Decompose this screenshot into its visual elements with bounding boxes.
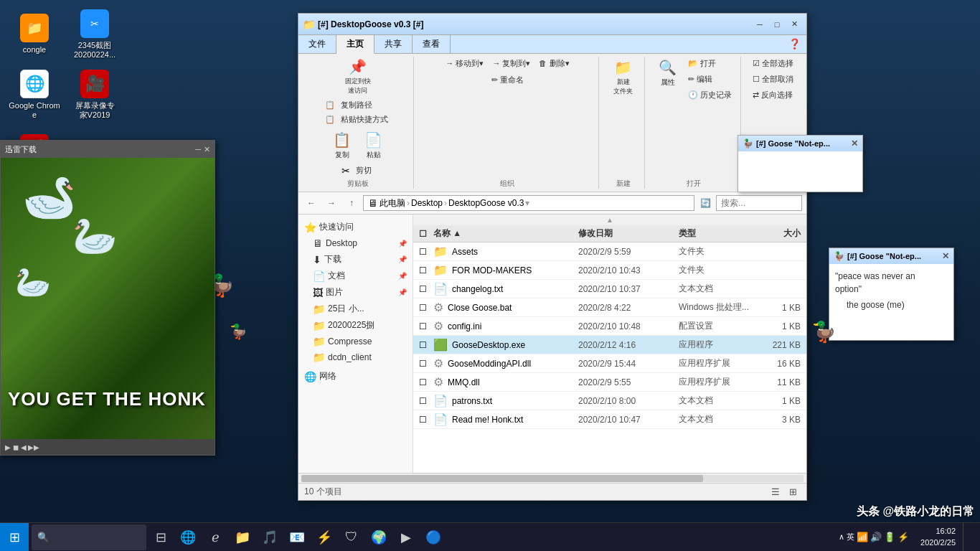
pin-btn[interactable]: 📌 固定到快速访问 (342, 57, 374, 97)
ribbon-tab-home[interactable]: 主页 (336, 35, 374, 54)
row8-check[interactable]: ☐ (419, 396, 433, 406)
sidebar-item-folder2[interactable]: 📁 20200225捌 (298, 317, 413, 334)
ribbon-tab-share[interactable]: 共享 (374, 35, 413, 53)
taskbar-explorer[interactable]: 📁 (230, 524, 255, 550)
taskbar-email[interactable]: 📧 (284, 524, 310, 550)
table-row[interactable]: ☐ 🟩 GooseDesktop.exe 2020/2/12 4:16 应用程序… (413, 336, 806, 354)
properties-btn[interactable]: 🔍 属性 (654, 57, 682, 90)
row5-check[interactable]: ☐ (419, 340, 433, 350)
table-row[interactable]: ☐ 📄 patrons.txt 2020/2/10 8:00 文本文档 1 KB (413, 392, 806, 410)
popup1-close-btn[interactable]: ✕ (851, 138, 858, 149)
table-row[interactable]: ☐ ⚙ GooseModdingAPI.dll 2020/2/9 15:44 应… (413, 354, 806, 373)
h-scrollbar[interactable] (298, 473, 806, 483)
open-btn[interactable]: 📂 打开 (685, 57, 735, 70)
tray-network-icon[interactable]: 📶 (857, 532, 868, 542)
copy-btn[interactable]: 📋 复制 (328, 129, 357, 162)
sidebar-item-documents[interactable]: 📄 文档 📌 (298, 268, 413, 284)
moveto-btn[interactable]: → 移动到▾ (443, 57, 486, 70)
sidebar-item-folder3[interactable]: 📁 Compresse (298, 334, 413, 349)
paste-btn[interactable]: 📄 粘贴 (359, 129, 388, 162)
rename-btn[interactable]: ✏ 重命名 (489, 73, 527, 87)
media-close-btn[interactable]: ✕ (204, 145, 210, 154)
explorer-close-btn[interactable]: ✕ (786, 17, 802, 32)
search-input[interactable] (716, 195, 802, 211)
detail-view-btn[interactable]: ⊞ (785, 485, 801, 499)
table-row[interactable]: ☐ ⚙ Close Goose.bat 2020/2/8 4:22 Window… (413, 298, 806, 317)
ribbon-tab-view[interactable]: 查看 (413, 35, 451, 53)
media-controls[interactable]: ─ ✕ (195, 145, 210, 154)
tray-bluetooth-icon[interactable]: ⚡ (897, 532, 909, 542)
pasteshortcut-btn[interactable]: 粘贴快捷方式 (338, 113, 391, 126)
taskbar-browser-app[interactable]: 🌍 (366, 524, 392, 550)
newfolder-btn[interactable]: 📁 新建文件夹 (609, 57, 638, 98)
desktop-icon-2345[interactable]: ✂ 2345截图20200224... (66, 6, 123, 63)
table-row[interactable]: ☐ 📄 Read me! Honk.txt 2020/2/10 10:47 文本… (413, 410, 806, 429)
back-btn[interactable]: ← (303, 195, 320, 211)
refresh-btn[interactable]: 🔄 (697, 195, 713, 211)
forward-btn[interactable]: → (323, 195, 340, 211)
table-row[interactable]: ☐ ⚙ MMQ.dll 2020/2/9 5:55 应用程序扩展 11 KB (413, 373, 806, 392)
invert-btn[interactable]: ⇄ 反向选择 (750, 88, 796, 102)
h-scrollbar-thumb[interactable] (301, 475, 703, 482)
explorer-maximize-btn[interactable]: □ (769, 17, 785, 32)
show-desktop-btn[interactable] (963, 523, 980, 552)
copypath-btn[interactable]: 复制路径 (338, 98, 375, 112)
popup2-close-btn[interactable]: ✕ (942, 251, 949, 261)
header-check[interactable]: ☐ (419, 229, 433, 239)
sidebar-item-folder1[interactable]: 📁 25日 小... (298, 301, 413, 317)
sidebar-item-desktop[interactable]: 🖥 Desktop 📌 (298, 235, 413, 251)
edit-btn[interactable]: ✏ 编辑 (685, 72, 735, 86)
sidebar-item-downloads[interactable]: ⬇ 下载 📌 (298, 251, 413, 268)
selectnone-btn[interactable]: ☐ 全部取消 (750, 72, 796, 86)
row6-check[interactable]: ☐ (419, 359, 433, 369)
sidebar-item-folder4[interactable]: 📁 dcdn_client (298, 349, 413, 365)
taskbar-media[interactable]: 🎵 (257, 524, 283, 550)
tray-up-icon[interactable]: ∧ (839, 532, 844, 542)
row9-check[interactable]: ☐ (419, 415, 433, 425)
delete-btn[interactable]: 🗑 删除▾ (536, 57, 572, 70)
sidebar-item-pictures[interactable]: 🖼 图片 📌 (298, 284, 413, 301)
header-size[interactable]: 大小 (750, 227, 801, 240)
table-row[interactable]: ☐ ⚙ config.ini 2020/2/10 10:48 配置设置 1 KB (413, 317, 806, 336)
header-name[interactable]: 名称 ▲ (433, 227, 578, 240)
history-btn[interactable]: 🕐 历史记录 (685, 88, 735, 102)
tray-volume-icon[interactable]: 🔊 (870, 532, 882, 542)
table-row[interactable]: ☐ 📄 changelog.txt 2020/2/10 10:37 文本文档 (413, 280, 806, 298)
selectall-btn[interactable]: ☑ 全部选择 (750, 57, 796, 70)
media-minimize-btn[interactable]: ─ (195, 145, 201, 154)
up-btn[interactable]: ↑ (343, 195, 360, 211)
tray-battery-icon[interactable]: 🔋 (884, 532, 895, 542)
table-row[interactable]: ☐ 📁 Assets 2020/2/9 5:59 文件夹 (413, 242, 806, 261)
taskbar-zyplayer[interactable]: ▶ (393, 524, 419, 550)
ribbon-tab-file[interactable]: 文件 (298, 35, 336, 53)
copyto-btn[interactable]: → 复制到▾ (489, 57, 533, 70)
header-date[interactable]: 修改日期 (578, 227, 679, 240)
table-row[interactable]: ☐ 📁 FOR MOD-MAKERS 2020/2/10 10:43 文件夹 (413, 261, 806, 280)
list-view-btn[interactable]: ☰ (768, 485, 783, 499)
row4-check[interactable]: ☐ (419, 321, 433, 331)
row3-check[interactable]: ☐ (419, 303, 433, 313)
taskbar-chrome[interactable]: 🌐 (175, 524, 201, 550)
row0-check[interactable]: ☐ (419, 247, 433, 257)
taskbar-taskview[interactable]: ⊟ (148, 524, 174, 550)
taskbar-thunder[interactable]: ⚡ (311, 524, 337, 550)
taskbar-clock[interactable]: 16:02 2020/2/25 (913, 526, 963, 548)
row7-check[interactable]: ☐ (419, 377, 433, 387)
sidebar-item-network[interactable]: 🌐 网络 (298, 368, 413, 385)
address-path[interactable]: 🖥 此电脑 › Desktop › DesktopGoose v0.3 ▾ (363, 195, 694, 211)
header-type[interactable]: 类型 (679, 227, 750, 240)
taskbar-edge[interactable]: ℯ (202, 524, 228, 550)
start-button[interactable]: ⊞ (0, 523, 29, 552)
ribbon-help-btn[interactable]: ❓ (783, 35, 806, 53)
desktop-icon-screenrecorder[interactable]: 🎥 屏幕录像专家V2019 (66, 66, 123, 123)
row1-check[interactable]: ☐ (419, 265, 433, 276)
desktop-icon-congle[interactable]: 📁 congle (6, 6, 63, 63)
desktop-icon-chrome[interactable]: 🌐 Google Chrome (6, 66, 63, 123)
taskbar-search[interactable]: 🔍 (32, 524, 146, 550)
taskbar-zoom[interactable]: 🔵 (420, 524, 446, 550)
row2-check[interactable]: ☐ (419, 284, 433, 294)
cut-btn[interactable]: 剪切 (353, 164, 374, 177)
explorer-minimize-btn[interactable]: ─ (752, 17, 768, 32)
taskbar-control[interactable]: 🛡 (339, 524, 364, 550)
sidebar-item-quick-access[interactable]: ⭐ 快速访问 (298, 219, 413, 235)
